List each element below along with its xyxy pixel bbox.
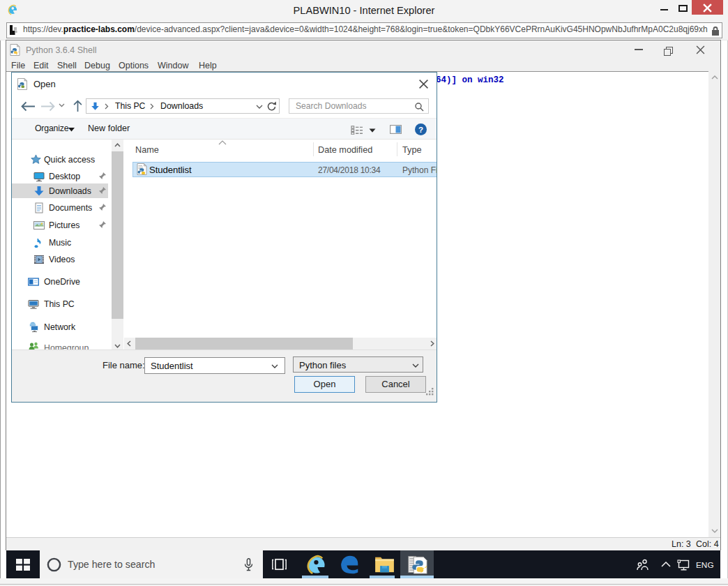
svg-text:?: ? (418, 126, 423, 134)
